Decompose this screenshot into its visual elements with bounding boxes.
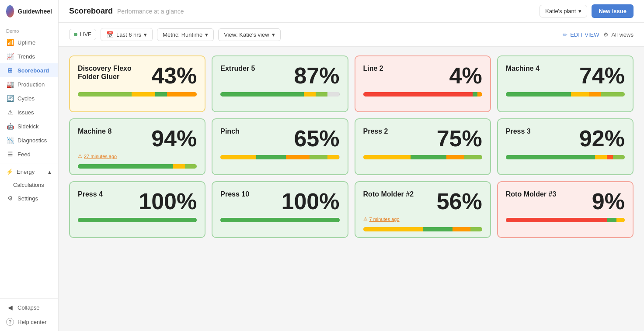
- alert-link[interactable]: 27 minutes ago: [84, 154, 117, 159]
- bar-segment: [220, 218, 339, 222]
- chevron-down-icon: ▾: [144, 31, 147, 38]
- sidebar-item-feed[interactable]: ☰ Feed: [0, 147, 58, 161]
- machine-name: Roto Molder #3: [506, 190, 557, 198]
- alert-badge[interactable]: ⚠ 7 minutes ago: [363, 216, 482, 222]
- machine-card-roto-molder-2[interactable]: Roto Molder #2 56% ⚠ 7 minutes ago: [355, 181, 491, 238]
- all-views-label: All views: [611, 31, 634, 38]
- sidebar-item-label: Issues: [17, 109, 34, 116]
- machine-card-press-3[interactable]: Press 3 92%: [497, 118, 634, 175]
- machine-card-discovery-flexo[interactable]: Discovery Flexo Folder Gluer 43%: [69, 55, 205, 112]
- sidebar-item-trends[interactable]: 📈 Trends: [0, 49, 58, 63]
- sidebar-item-help[interactable]: ? Help center: [0, 314, 58, 329]
- sidebar-item-scoreboard[interactable]: ⊞ Scoreboard: [0, 63, 58, 77]
- feed-icon: ☰: [6, 151, 14, 158]
- main-content: Scoreboard Performance at a glance Katie…: [59, 0, 644, 331]
- card-header: Discovery Flexo Folder Gluer 43%: [78, 64, 197, 87]
- scoreboard-grid-area: Discovery Flexo Folder Gluer 43% Extrude…: [59, 47, 644, 331]
- machine-percent: 87%: [294, 64, 339, 87]
- machine-card-line-2[interactable]: Line 2 4%: [355, 55, 491, 112]
- bar-segment: [78, 218, 197, 222]
- machine-percent: 92%: [579, 127, 625, 150]
- collapse-label: Collapse: [17, 304, 40, 311]
- card-header: Press 10 100%: [220, 190, 339, 213]
- bar-segment: [506, 155, 595, 159]
- view-selector[interactable]: View: Katie's view ▾: [218, 28, 280, 41]
- progress-bar-inner: [220, 218, 339, 222]
- bar-segment: [220, 92, 304, 97]
- machine-name: Roto Molder #2: [363, 190, 414, 198]
- progress-bar: [220, 218, 339, 222]
- plant-selector[interactable]: Katie's plant ▾: [540, 5, 587, 17]
- time-range-selector[interactable]: 📅 Last 6 hrs ▾: [101, 28, 153, 41]
- alert-badge[interactable]: ⚠ 27 minutes ago: [78, 153, 197, 159]
- sidebar-item-production[interactable]: 🏭 Production: [0, 77, 58, 91]
- bar-segment: [78, 92, 132, 97]
- metric-selector[interactable]: Metric: Runtime ▾: [157, 28, 214, 41]
- machine-percent: 74%: [579, 64, 625, 87]
- help-icon: ?: [6, 318, 14, 326]
- progress-bar: [220, 92, 339, 97]
- progress-bar: [363, 155, 482, 159]
- machine-percent: 56%: [437, 190, 482, 213]
- machine-card-press-4[interactable]: Press 4 100%: [69, 181, 205, 238]
- sidebar-divider: [0, 163, 58, 163]
- issues-icon: ⚠: [6, 109, 14, 116]
- sidebar-item-energy[interactable]: ⚡ Energy ▲: [0, 165, 58, 179]
- sidebar-item-label: Trends: [17, 53, 35, 60]
- logo-text: Guidewheel: [17, 8, 52, 15]
- progress-bar-inner: [363, 92, 482, 97]
- bar-segment: [167, 92, 197, 97]
- progress-bar: [363, 227, 482, 231]
- machine-card-extruder-5[interactable]: Extruder 5 87%: [212, 55, 348, 112]
- sidebar-item-cycles[interactable]: 🔄 Cycles: [0, 91, 58, 105]
- machine-name: Machine 4: [506, 64, 540, 72]
- diagnostics-icon: 📉: [6, 137, 14, 144]
- metric-label: Metric: Runtime: [163, 31, 202, 38]
- sidebar-item-settings[interactable]: ⚙ Settings: [0, 191, 58, 205]
- bar-segment: [286, 155, 310, 159]
- machine-name: Press 3: [506, 127, 531, 135]
- bar-segment: [363, 92, 473, 97]
- machine-card-press-2[interactable]: Press 2 75%: [355, 118, 491, 175]
- cycles-icon: 🔄: [6, 95, 14, 102]
- alert-link[interactable]: 7 minutes ago: [369, 217, 400, 222]
- progress-bar-inner: [78, 218, 197, 222]
- sidebar-bottom: ◀ Collapse ? Help center: [0, 298, 58, 331]
- production-icon: 🏭: [6, 81, 14, 88]
- bar-segment: [363, 155, 411, 159]
- machine-name: Press 4: [78, 190, 103, 198]
- edit-view-button[interactable]: ✏ EDIT VIEW: [563, 31, 599, 38]
- machine-card-machine-4[interactable]: Machine 4 74%: [497, 55, 634, 112]
- bar-segment: [571, 92, 589, 97]
- bar-segment: [316, 92, 327, 97]
- machine-card-pinch[interactable]: Pinch 65%: [212, 118, 348, 175]
- gear-icon: ⚙: [603, 31, 609, 38]
- sidebar-item-diagnostics[interactable]: 📉 Diagnostics: [0, 133, 58, 147]
- machine-card-press-10[interactable]: Press 10 100%: [212, 181, 348, 238]
- sidebar-item-label: Sidekick: [17, 123, 38, 130]
- sidebar-item-uptime[interactable]: 📶 Uptime: [0, 35, 58, 49]
- sidebar-item-collapse[interactable]: ◀ Collapse: [0, 300, 58, 314]
- sidebar-item-issues[interactable]: ⚠ Issues: [0, 105, 58, 119]
- machine-name: Pinch: [220, 127, 240, 135]
- all-views-button[interactable]: ⚙ All views: [603, 31, 634, 38]
- machine-card-roto-molder-3[interactable]: Roto Molder #3 9%: [497, 181, 634, 238]
- app-logo[interactable]: Guidewheel: [0, 0, 58, 23]
- machine-name: Press 2: [363, 127, 388, 135]
- uptime-icon: 📶: [6, 39, 14, 46]
- sidebar: Guidewheel Demo 📶 Uptime 📈 Trends ⊞ Scor…: [0, 0, 59, 331]
- live-indicator[interactable]: LIVE: [69, 29, 96, 40]
- sidebar-item-calculations[interactable]: Calculations: [0, 179, 58, 191]
- machine-card-machine-8[interactable]: Machine 8 94% ⚠ 27 minutes ago: [69, 118, 205, 175]
- edit-view-label: EDIT VIEW: [570, 31, 599, 38]
- bar-segment: [304, 92, 316, 97]
- machine-name: Line 2: [363, 64, 383, 72]
- sidebar-item-label: Uptime: [17, 39, 35, 46]
- progress-bar: [220, 155, 339, 159]
- machine-percent: 9%: [592, 190, 625, 213]
- bar-segment: [411, 155, 446, 159]
- progress-bar-inner: [506, 155, 625, 159]
- card-header: Roto Molder #3 9%: [506, 190, 625, 213]
- sidebar-item-sidekick[interactable]: 🤖 Sidekick: [0, 119, 58, 133]
- new-issue-button[interactable]: New issue: [592, 4, 634, 18]
